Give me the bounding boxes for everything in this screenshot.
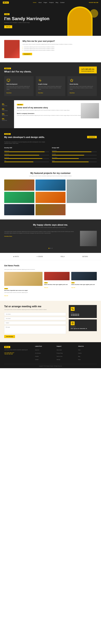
- contact-name-input[interactable]: [4, 312, 66, 316]
- story-numbers: 01. Project Done 02. Happy Clients 03. W…: [0, 100, 14, 128]
- news-title: Get News Feeds: [4, 264, 97, 267]
- footer-link-2-2[interactable]: Privacy Policy: [57, 353, 63, 354]
- service-desc-web: Lorem ipsum dolor sit amet consectetur a…: [7, 86, 31, 90]
- service-link-design[interactable]: Read More: [38, 92, 43, 94]
- phone-value-1: +00 568 568 463: [71, 314, 95, 315]
- project-card-1[interactable]: [4, 180, 34, 191]
- news-section: Get News Feeds Lorem ipsum dolor sit ame…: [0, 260, 101, 301]
- service-name-web: Web Development: [7, 84, 31, 85]
- footer-link-2-4[interactable]: Sitemap: [57, 359, 60, 360]
- nav-link-projects[interactable]: Projects: [49, 2, 54, 3]
- skill-bar-html: [4, 152, 49, 152]
- story-img-inner: [81, 103, 99, 118]
- skill-fill-wp: [4, 158, 42, 159]
- skills-download-btn[interactable]: Download CV: [87, 136, 97, 138]
- news-link-3[interactable]: View All →: [71, 287, 76, 288]
- skill-bar-figma: [52, 162, 97, 162]
- news-main-article: Travel Gut lorem, Imperdiet nam cursus n…: [4, 272, 43, 297]
- testimonial-quote: Lorem ipsum dolor sit amet consectetur a…: [4, 231, 77, 234]
- navbar: EE co. Home About Pages Projects Blog Co…: [0, 0, 101, 5]
- footer-talk-label: Let's talk with me?: [4, 352, 32, 354]
- footer-col-3-title: About Us: [78, 346, 97, 347]
- footer-links-1: About Us Our Services Portfolio Contact: [35, 348, 54, 360]
- skill-fill-ps: [52, 152, 91, 152]
- project-card-4[interactable]: [4, 192, 34, 203]
- footer-copyright: Copyright © 2023 Sandy Harrington. All R…: [39, 366, 62, 366]
- design-skills: Design Skill Photoshop Illustrator After…: [52, 147, 97, 164]
- skills-section: My Skills My own developer's and design …: [0, 128, 101, 168]
- footer-link-1-4[interactable]: Contact: [35, 359, 38, 360]
- skill-bar-ai: [52, 155, 97, 156]
- news-title-3: Alamo faucibus vitae eget sagittis porta…: [71, 284, 97, 285]
- client-logo-1: ⊕ OKITA: [13, 256, 19, 257]
- contact-title: Tal or arrange meeting with me: [4, 305, 66, 308]
- skill-bar-php: [4, 162, 49, 162]
- news-article-2: News Alamo faucibus vitae eget sagittis …: [44, 272, 70, 297]
- footer-link-1-2[interactable]: Our Services: [35, 353, 41, 354]
- nav-link-blog[interactable]: Blog: [56, 2, 58, 3]
- footer-top: EE co. Lorem ipsum dolor sit amet consec…: [4, 346, 97, 361]
- why-hire-list-item-2: Consectetur adipiscing elit sed do eiusm…: [23, 48, 97, 49]
- dot-1[interactable]: [49, 248, 49, 249]
- project-card-5[interactable]: [36, 192, 66, 203]
- projects-subtitle: Lorem ipsum dolor sit amet consectetur a…: [4, 175, 97, 177]
- news-img-3: [71, 272, 97, 280]
- contact-subject-input[interactable]: [4, 321, 66, 324]
- footer-col-3: About Us Team Careers Blog Press: [78, 346, 97, 361]
- footer-link-3-1[interactable]: Team: [78, 350, 80, 350]
- dot-2[interactable]: [50, 248, 51, 249]
- nav-logo[interactable]: EE co.: [3, 2, 9, 4]
- nav-link-about[interactable]: About: [38, 2, 42, 3]
- client-logo-4: DETERS: [82, 256, 88, 257]
- phone-value-2: +00 568 968 463: [71, 315, 95, 316]
- contact-message-input[interactable]: [4, 326, 66, 334]
- service-link-brand[interactable]: Read More: [70, 92, 75, 94]
- what-i-do-title: What I do! For my clients.: [4, 70, 32, 73]
- contact-email-input[interactable]: [4, 317, 66, 320]
- service-name-brand: Brand Identity: [70, 84, 94, 85]
- nav-links: Home About Pages Projects Blog Contact: [33, 2, 64, 3]
- why-hire-cta-button[interactable]: Download CV: [23, 53, 32, 55]
- project-card-2[interactable]: [36, 180, 66, 191]
- why-hire-content: Why hire me for your next project? Lorem…: [23, 40, 97, 55]
- svg-point-3: [40, 80, 40, 81]
- footer-link-3-3[interactable]: Blog: [78, 356, 80, 357]
- nav-link-home[interactable]: Home: [33, 2, 36, 3]
- footer-link-3-2[interactable]: Careers: [78, 353, 82, 354]
- footer-link-1-1[interactable]: About Us: [35, 350, 39, 350]
- news-main-category: Travel: [4, 288, 8, 289]
- testimonials-section: My happy clients says about me. Lorem ip…: [0, 220, 101, 253]
- footer-tagline: Lorem ipsum dolor sit amet consectetur a…: [4, 349, 32, 351]
- projects-grid: [4, 180, 97, 215]
- project-card-7[interactable]: [36, 204, 66, 215]
- project-card-3[interactable]: [67, 180, 97, 203]
- why-hire-desc: Lorem ipsum dolor sit amet consectetur a…: [23, 44, 97, 45]
- dot-3[interactable]: [52, 248, 52, 249]
- skill-ai: Illustrator: [52, 154, 97, 156]
- skill-bar-wp: [4, 158, 49, 159]
- hero-cta-button[interactable]: Hire me: [4, 25, 12, 28]
- footer-link-2-3[interactable]: Terms of Use: [57, 356, 62, 357]
- nav-link-contact[interactable]: Contact: [60, 2, 64, 3]
- news-main-link[interactable]: View All →: [4, 295, 9, 296]
- why-hire-section: Why hire me for your next project? Lorem…: [0, 36, 101, 62]
- footer-link-3-4[interactable]: Press: [78, 359, 81, 360]
- footer-link-1-3[interactable]: Portfolio: [35, 356, 39, 357]
- hero-name: I'm Sandy Harrington: [4, 16, 97, 21]
- project-card-6[interactable]: [4, 204, 34, 215]
- footer-logo[interactable]: EE co.: [4, 346, 10, 348]
- nav-link-pages[interactable]: Pages: [44, 2, 47, 3]
- talk-email[interactable]: thetomarks@gmail.com: [81, 70, 94, 72]
- hero-hello-label: Hello!: [4, 13, 10, 15]
- news-link-2[interactable]: View All →: [44, 287, 49, 288]
- contact-submit-button[interactable]: Send Message: [4, 335, 15, 338]
- hero-subtitle: Freelance UI/UX designer / creative webs…: [4, 22, 97, 23]
- news-img-2: [44, 272, 70, 280]
- what-i-do-left: What I Do What I do! For my clients.: [4, 67, 32, 73]
- footer-phone[interactable]: +00 567 849 338: [4, 354, 32, 355]
- footer-link-2-1[interactable]: Help Center: [57, 350, 62, 350]
- develop-title: Develop Skill: [4, 147, 49, 148]
- story-label: My Story: [17, 104, 23, 106]
- service-card-web: Web Development Lorem ipsum dolor sit am…: [4, 76, 34, 96]
- service-link-web[interactable]: Read More: [7, 92, 12, 94]
